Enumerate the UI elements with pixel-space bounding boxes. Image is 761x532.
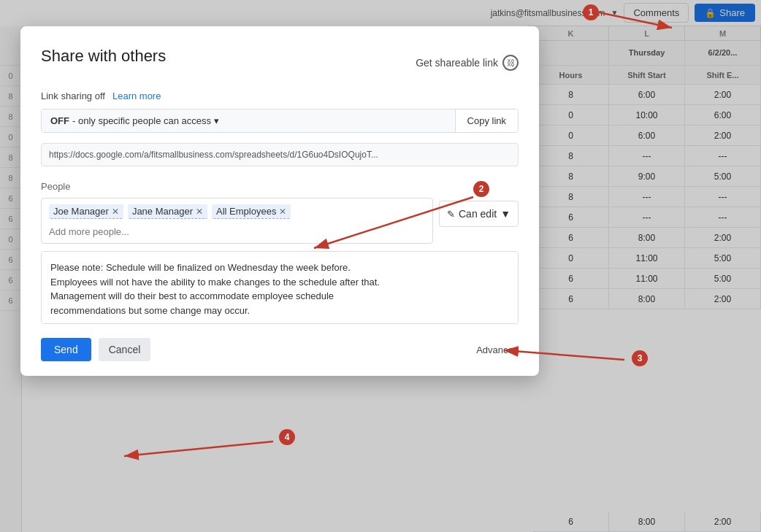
link-access-caret: ▾ [214, 115, 219, 126]
dialog-title: Share with others [41, 47, 166, 66]
person-tag-all: All Employees ✕ [212, 204, 291, 219]
advanced-button[interactable]: Advanced [476, 344, 519, 355]
person-tag-jane: Jane Manager ✕ [128, 204, 207, 219]
dialog-footer: Send Cancel Advanced [41, 338, 519, 361]
cancel-button[interactable]: Cancel [99, 338, 151, 361]
people-input-row: Joe Manager ✕ Jane Manager ✕ All Employe… [41, 198, 519, 244]
shareable-url-field[interactable] [41, 143, 519, 166]
person-tag-all-label: All Employees [216, 206, 276, 217]
send-button[interactable]: Send [41, 338, 91, 361]
can-edit-dropdown-button[interactable]: ✎ Can edit ▼ [439, 201, 519, 227]
pencil-icon: ✎ [447, 209, 455, 220]
link-sharing-status-row: Link sharing off Learn more [41, 90, 519, 101]
message-textarea[interactable]: Please note: Schedule will be finalized … [41, 251, 519, 324]
dialog-header: Share with others Get shareable link ⛓ [41, 47, 519, 79]
off-label: OFF [50, 115, 69, 126]
remove-all-button[interactable]: ✕ [279, 207, 286, 217]
can-edit-label: Can edit [459, 208, 497, 220]
remove-joe-button[interactable]: ✕ [112, 207, 119, 217]
link-sharing-label: Link sharing off [41, 90, 105, 101]
add-more-people-input[interactable] [49, 226, 425, 237]
chain-link-icon: ⛓ [502, 55, 519, 71]
remove-jane-button[interactable]: ✕ [196, 207, 203, 217]
link-access-label: - only specific people can access [72, 115, 211, 126]
copy-link-button[interactable]: Copy link [455, 109, 518, 132]
footer-left-buttons: Send Cancel [41, 338, 150, 361]
can-edit-caret: ▼ [500, 208, 510, 220]
link-access-dropdown[interactable]: OFF - only specific people can access ▾ [42, 109, 455, 132]
get-link-label: Get shareable link [416, 57, 498, 69]
learn-more-link[interactable]: Learn more [112, 90, 161, 101]
people-input-box[interactable]: Joe Manager ✕ Jane Manager ✕ All Employe… [41, 198, 433, 244]
person-tag-joe: Joe Manager ✕ [49, 204, 123, 219]
get-shareable-link-button[interactable]: Get shareable link ⛓ [416, 55, 519, 71]
people-section-label: People [41, 181, 519, 192]
link-control-row: OFF - only specific people can access ▾ … [41, 109, 519, 133]
share-dialog: Share with others Get shareable link ⛓ L… [20, 26, 539, 376]
person-tag-joe-label: Joe Manager [53, 206, 109, 217]
person-tag-jane-label: Jane Manager [132, 206, 193, 217]
